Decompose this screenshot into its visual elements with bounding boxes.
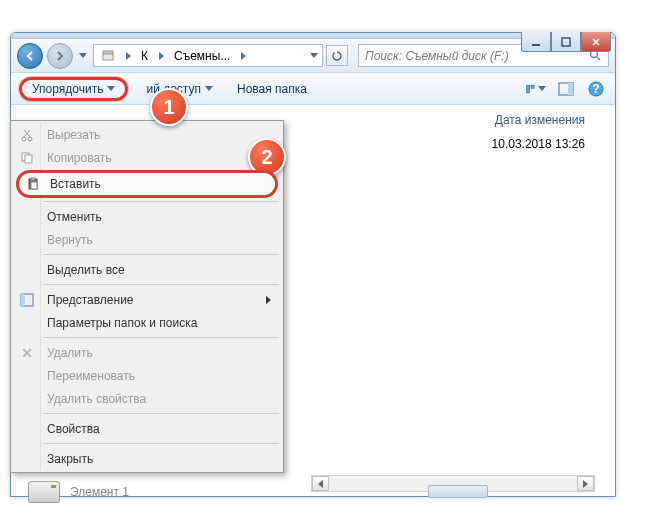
svg-rect-9 [568,83,573,95]
menu-item-label: Вставить [50,177,101,191]
menu-item-label: Параметры папок и поиска [47,316,197,330]
svg-rect-5 [527,85,530,88]
maximize-button[interactable] [551,32,581,52]
breadcrumb-dropdown[interactable] [308,53,320,58]
elements-count: Элемент 1 [70,485,129,499]
menu-item-вставить[interactable]: Вставить [16,170,278,198]
svg-point-13 [28,137,32,141]
breadcrumb-seg-1[interactable]: К [136,45,153,66]
menu-item-отменить[interactable]: Отменить [13,205,281,228]
menu-item-параметры-папок-и-поиска[interactable]: Параметры папок и поиска [13,311,281,334]
menu-item-удалить-свойства: Удалить свойства [13,387,281,410]
chevron-right-icon[interactable] [237,52,249,60]
menu-item-label: Вернуть [47,233,93,247]
breadcrumb-seg-2[interactable]: Съемны... [169,45,235,66]
scroll-right-button[interactable] [577,476,594,491]
svg-rect-6 [531,85,534,88]
cut-icon [19,127,35,143]
svg-rect-7 [527,89,530,92]
menu-item-label: Закрыть [47,452,93,466]
view-mode-button[interactable] [525,78,547,100]
svg-rect-15 [25,155,32,163]
horizontal-scrollbar[interactable] [311,475,595,492]
menu-item-свойства[interactable]: Свойства [13,417,281,440]
svg-rect-1 [562,38,570,46]
menu-separator [43,413,279,414]
new-folder-button[interactable]: Новая папка [231,79,313,99]
back-button[interactable] [17,43,43,69]
organize-menu: ВырезатьКопироватьВставитьОтменитьВернут… [10,120,284,473]
column-date-modified[interactable]: Дата изменения [495,113,585,127]
menu-item-вырезать: Вырезать [13,123,281,146]
layout-icon [19,292,35,308]
chevron-right-icon[interactable] [155,52,167,60]
paste-icon [25,176,41,192]
copy-icon [19,150,35,166]
chevron-right-icon[interactable] [122,52,134,60]
svg-rect-20 [21,294,25,306]
menu-item-label: Представление [47,293,134,307]
menu-item-label: Удалить свойства [47,392,146,406]
svg-rect-0 [532,44,540,46]
svg-rect-17 [31,178,35,180]
help-button[interactable]: ? [585,78,607,100]
menu-item-закрыть[interactable]: Закрыть [13,447,281,470]
menu-item-label: Отменить [47,210,102,224]
menu-item-label: Удалить [47,346,93,360]
menu-item-вернуть: Вернуть [13,228,281,251]
submenu-arrow-icon [266,293,271,307]
footer-drive: Элемент 1 [28,481,129,503]
menu-item-label: Переименовать [47,369,135,383]
menu-item-выделить-все[interactable]: Выделить все [13,258,281,281]
menu-item-представление[interactable]: Представление [13,288,281,311]
minimize-button[interactable] [521,32,551,52]
preview-pane-button[interactable] [555,78,577,100]
menu-separator [43,443,279,444]
chevron-down-icon [107,86,115,91]
history-dropdown[interactable] [77,46,89,66]
toolbar: Упорядочить ий доступ Новая папка ? [11,73,615,105]
breadcrumb-root-icon[interactable] [96,45,120,66]
annotation-1: 1 [150,88,188,126]
svg-rect-3 [103,51,113,54]
refresh-button[interactable] [326,45,348,66]
menu-item-копировать: Копировать [13,146,281,169]
menu-item-переименовать: Переименовать [13,364,281,387]
search-placeholder: Поиск: Съемный диск (F:) [365,49,509,63]
close-button[interactable] [581,32,611,52]
breadcrumb[interactable]: К Съемны... [93,44,323,67]
menu-separator [43,201,279,202]
menu-item-удалить: Удалить [13,341,281,364]
svg-text:?: ? [592,82,599,96]
menu-item-label: Вырезать [47,128,100,142]
window-controls [521,32,611,52]
file-row-date: 10.03.2018 13:26 [492,137,585,151]
drive-icon [28,481,60,503]
chevron-down-icon [205,86,213,91]
menu-item-label: Выделить все [47,263,125,277]
scroll-left-button[interactable] [312,476,329,491]
organize-button[interactable]: Упорядочить [19,77,128,101]
menu-item-label: Копировать [47,151,112,165]
svg-rect-18 [31,182,37,189]
scroll-thumb[interactable] [428,485,488,498]
menu-separator [43,337,279,338]
menu-separator [43,254,279,255]
menu-separator [43,284,279,285]
menu-item-label: Свойства [47,422,100,436]
svg-point-12 [22,137,26,141]
forward-button[interactable] [47,43,73,69]
delete-icon [19,345,35,361]
